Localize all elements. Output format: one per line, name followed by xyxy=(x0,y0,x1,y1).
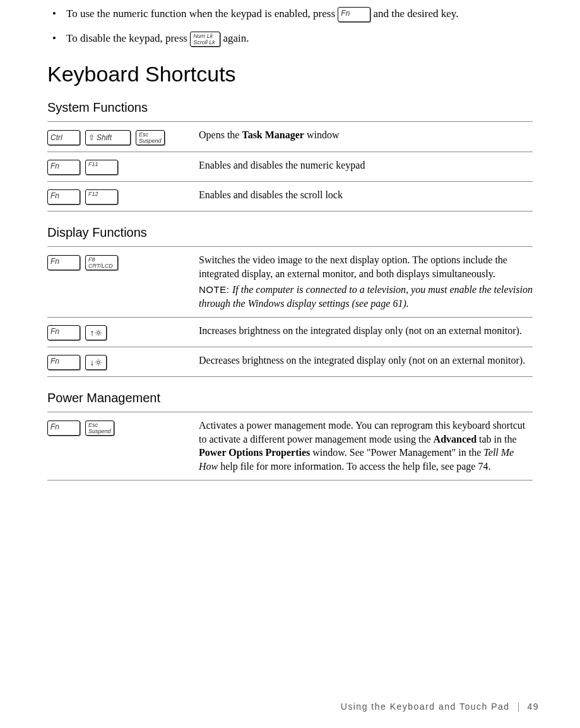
shortcut-description: Activates a power management mode. You c… xyxy=(199,412,533,480)
key-combo: Fn EscSuspend xyxy=(47,412,199,480)
brightness-down-key-icon: ↓ xyxy=(85,355,107,370)
key-combo: Fn F11 xyxy=(47,152,199,181)
section-title-power: Power Management xyxy=(47,391,533,405)
footer-text: Using the Keyboard and Touch Pad xyxy=(341,701,510,712)
svg-line-16 xyxy=(96,364,97,364)
bullet-text-pre: To disable the keypad, press xyxy=(66,32,190,44)
svg-point-9 xyxy=(97,361,100,364)
svg-line-8 xyxy=(100,330,100,331)
fn-key-icon: Fn xyxy=(47,255,80,270)
table-row: Fn ↑ Increases brightness on the integra… xyxy=(47,317,533,347)
key-combo: Fn ↓ xyxy=(47,347,199,376)
fn-key-icon: Fn xyxy=(47,325,80,340)
fn-key-icon: Fn xyxy=(47,189,80,205)
ctrl-key-icon: Ctrl xyxy=(47,130,80,145)
brightness-up-key-icon: ↑ xyxy=(85,325,107,340)
bullet-text-post: again. xyxy=(223,32,249,44)
shortcut-description: Switches the video image to the next dis… xyxy=(199,247,533,317)
f8-key-icon: F8CRT/LCD xyxy=(85,255,118,270)
shortcut-description: Enables and disables the scroll lock xyxy=(199,181,533,211)
display-functions-table: Fn F8CRT/LCD Switches the video image to… xyxy=(47,246,533,377)
shortcut-description: Enables and disables the numeric keypad xyxy=(199,152,533,181)
svg-line-15 xyxy=(100,364,100,364)
table-row: Fn F12 Enables and disables the scroll l… xyxy=(47,181,533,211)
page-number: 49 xyxy=(527,701,539,712)
f11-key-icon: F11 xyxy=(85,160,118,175)
section-title-display: Display Functions xyxy=(47,225,533,240)
key-combo: Fn ↑ xyxy=(47,317,199,347)
fn-key-icon: Fn xyxy=(47,421,80,436)
esc-key-icon: EscSuspend xyxy=(85,421,114,436)
fn-key-icon: Fn xyxy=(47,160,80,175)
table-row: Ctrl ⇧Shift EscSuspend Opens the Task Ma… xyxy=(47,122,533,152)
table-row: Fn EscSuspend Activates a power manageme… xyxy=(47,412,533,480)
table-row: Fn F8CRT/LCD Switches the video image to… xyxy=(47,247,533,317)
key-combo: Ctrl ⇧Shift EscSuspend xyxy=(47,122,199,152)
svg-point-0 xyxy=(97,331,100,334)
svg-line-7 xyxy=(96,334,97,335)
bullet-text-post: and the desired key. xyxy=(374,8,459,20)
section-title-system: System Functions xyxy=(47,100,533,115)
shortcut-description: Opens the Task Manager window xyxy=(199,122,533,152)
fn-key-icon: Fn xyxy=(47,355,80,370)
table-row: Fn F11 Enables and disables the numeric … xyxy=(47,152,533,181)
fn-key-icon: Fn xyxy=(338,7,370,22)
table-row: Fn ↓ Decreases brightness on the integra… xyxy=(47,347,533,376)
bullet-item: To use the numeric function when the key… xyxy=(47,6,533,22)
page-heading: Keyboard Shortcuts xyxy=(47,62,533,87)
numlk-key-icon: Num Lk Scroll Lk xyxy=(190,32,220,47)
shift-key-icon: ⇧Shift xyxy=(85,130,131,145)
shortcut-description: Decreases brightness on the integrated d… xyxy=(199,347,533,376)
svg-line-17 xyxy=(100,360,100,361)
bullet-text-pre: To use the numeric function when the key… xyxy=(66,8,338,20)
power-management-table: Fn EscSuspend Activates a power manageme… xyxy=(47,412,533,480)
svg-line-6 xyxy=(100,334,100,335)
esc-key-icon: EscSuspend xyxy=(136,130,165,145)
svg-line-14 xyxy=(96,360,97,361)
footer-divider xyxy=(518,703,519,712)
key-combo: Fn F12 xyxy=(47,181,199,211)
bullet-item: To disable the keypad, press Num Lk Scro… xyxy=(47,31,533,47)
svg-line-5 xyxy=(96,330,97,331)
intro-bullets: To use the numeric function when the key… xyxy=(47,6,533,47)
key-combo: Fn F8CRT/LCD xyxy=(47,247,199,317)
page-footer: Using the Keyboard and Touch Pad 49 xyxy=(341,701,539,712)
system-functions-table: Ctrl ⇧Shift EscSuspend Opens the Task Ma… xyxy=(47,121,533,212)
shortcut-description: Increases brightness on the integrated d… xyxy=(199,317,533,347)
f12-key-icon: F12 xyxy=(85,189,118,205)
